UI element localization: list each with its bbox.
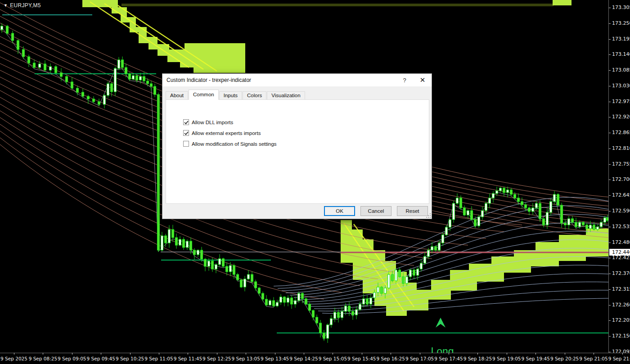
tab-visualization[interactable]: Visualization bbox=[267, 91, 305, 100]
candle-body bbox=[226, 266, 228, 272]
candle-body bbox=[449, 220, 451, 227]
time-tick bbox=[536, 353, 536, 355]
price-axis-label: 172.810 bbox=[609, 145, 630, 152]
close-button[interactable]: ✕ bbox=[414, 74, 432, 86]
candle-body bbox=[564, 223, 567, 225]
checkbox-row[interactable]: Allow DLL imports bbox=[183, 119, 233, 126]
dialog-button-row: OK Cancel Reset bbox=[162, 206, 432, 216]
time-tick bbox=[507, 353, 507, 355]
candle-body bbox=[377, 287, 379, 292]
candle-body bbox=[150, 84, 153, 86]
cancel-button[interactable]: Cancel bbox=[360, 206, 392, 216]
candle-body bbox=[154, 86, 156, 94]
tab-strip: AboutCommonInputsColorsVisualization bbox=[166, 90, 428, 100]
candle-body bbox=[66, 76, 68, 82]
candle-body bbox=[140, 76, 142, 80]
candle-body bbox=[402, 277, 405, 283]
candle-body bbox=[410, 270, 412, 277]
candle-body bbox=[442, 235, 444, 243]
candle-body bbox=[496, 191, 498, 193]
candle-body bbox=[366, 299, 369, 304]
candle-body bbox=[258, 288, 261, 293]
price-axis-label: 173.030 bbox=[609, 83, 630, 89]
time-tick bbox=[420, 353, 420, 355]
time-tick bbox=[72, 353, 72, 355]
checkbox-row[interactable]: Allow modification of Signals settings bbox=[183, 140, 277, 147]
price-axis-label: 173.250 bbox=[609, 20, 630, 27]
checkbox-unchecked-icon[interactable] bbox=[183, 141, 189, 147]
candle-body bbox=[356, 310, 358, 315]
candle-body bbox=[179, 239, 181, 245]
symbol-period-label[interactable]: ▼ EURJPY,M5 bbox=[4, 2, 41, 9]
candle-body bbox=[240, 280, 243, 287]
candle-body bbox=[345, 306, 347, 311]
tab-colors[interactable]: Colors bbox=[243, 91, 266, 100]
candle-body bbox=[237, 274, 239, 280]
candle-body bbox=[165, 236, 167, 243]
candle-body bbox=[543, 219, 545, 225]
ok-button[interactable]: OK bbox=[324, 206, 355, 216]
candle-body bbox=[392, 274, 394, 281]
candle-body bbox=[388, 274, 390, 288]
reset-button[interactable]: Reset bbox=[397, 206, 428, 216]
candle-body bbox=[219, 259, 221, 265]
candle-body bbox=[586, 225, 588, 229]
tab-about[interactable]: About bbox=[166, 91, 188, 100]
candle-body bbox=[172, 229, 174, 238]
candle-body bbox=[255, 282, 257, 288]
candle-body bbox=[467, 211, 469, 215]
mt4-window: Long ▼ EURJPY,M5 173.305173.250173.19517… bbox=[0, 0, 630, 364]
time-tick bbox=[101, 353, 101, 355]
candle-body bbox=[438, 243, 441, 250]
candle-body bbox=[276, 302, 279, 306]
checkbox-checked-icon[interactable] bbox=[183, 130, 189, 136]
candle-body bbox=[464, 208, 466, 215]
candle-body bbox=[424, 256, 426, 263]
time-tick bbox=[217, 353, 217, 355]
candle-body bbox=[125, 67, 127, 74]
candle-body bbox=[287, 298, 289, 302]
candle-body bbox=[294, 301, 297, 304]
candle-body bbox=[284, 297, 286, 302]
candle-body bbox=[528, 208, 531, 211]
dialog-titlebar[interactable]: Custom Indicator - trexper-indicator ? ✕ bbox=[162, 74, 432, 86]
candle-body bbox=[197, 250, 199, 255]
price-axis-label: 172.205 bbox=[609, 317, 630, 324]
resize-grip-icon[interactable] bbox=[426, 213, 431, 218]
candle-body bbox=[291, 298, 293, 304]
time-tick bbox=[594, 353, 594, 355]
candle-body bbox=[539, 203, 541, 219]
time-tick bbox=[362, 353, 362, 355]
price-axis[interactable]: 173.305173.250173.195173.140173.085173.0… bbox=[608, 0, 630, 353]
candle-body bbox=[359, 304, 361, 310]
candle-body bbox=[597, 227, 599, 229]
help-button[interactable]: ? bbox=[396, 74, 414, 86]
candle-body bbox=[320, 323, 322, 333]
candle-body bbox=[17, 40, 19, 49]
candle-body bbox=[503, 188, 505, 193]
price-axis-label: 172.315 bbox=[609, 286, 630, 292]
checkbox-label: Allow DLL imports bbox=[192, 120, 233, 125]
candle-body bbox=[248, 274, 250, 279]
candle-body bbox=[118, 60, 120, 68]
price-axis-label: 172.755 bbox=[609, 161, 630, 167]
candle-body bbox=[330, 319, 333, 325]
candle-body bbox=[374, 292, 376, 298]
candle-body bbox=[500, 188, 502, 191]
candle-body bbox=[471, 211, 473, 220]
checkbox-row[interactable]: Allow external experts imports bbox=[183, 130, 261, 136]
checkbox-label: Allow external experts imports bbox=[192, 130, 261, 136]
candle-body bbox=[453, 203, 455, 220]
candle-body bbox=[6, 26, 9, 33]
checkbox-checked-icon[interactable] bbox=[183, 119, 189, 125]
dialog-title: Custom Indicator - trexper-indicator bbox=[162, 77, 396, 83]
candle-body bbox=[305, 299, 307, 304]
candle-body bbox=[482, 211, 484, 217]
tab-common[interactable]: Common bbox=[189, 90, 219, 100]
tab-inputs[interactable]: Inputs bbox=[219, 91, 242, 100]
time-axis[interactable]: 9 Sep 20259 Sep 08:259 Sep 09:059 Sep 09… bbox=[0, 353, 630, 364]
time-tick bbox=[565, 353, 565, 355]
candle-body bbox=[143, 76, 145, 81]
candle-body bbox=[176, 238, 178, 245]
candle-body bbox=[492, 193, 495, 198]
